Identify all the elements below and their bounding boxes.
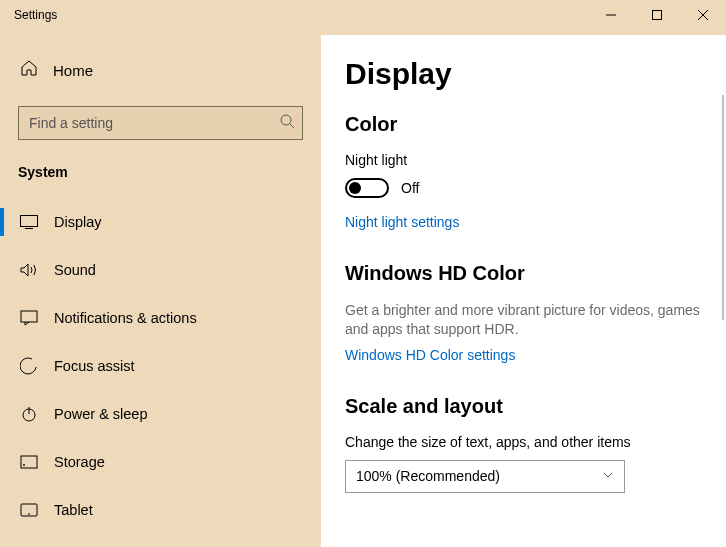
home-label: Home [53,62,93,79]
maximize-icon [652,10,662,20]
close-button[interactable] [680,0,726,30]
svg-line-5 [290,124,294,128]
sidebar-item-label: Notifications & actions [54,310,197,326]
chevron-down-icon [602,468,614,484]
home-icon [20,59,38,81]
sidebar-item-storage[interactable]: Storage [0,438,321,486]
sidebar-item-power-sleep[interactable]: Power & sleep [0,390,321,438]
scale-label: Change the size of text, apps, and other… [345,434,726,450]
sidebar-item-label: Sound [54,262,96,278]
sidebar-item-tablet[interactable]: Tablet [0,486,321,534]
search-icon [279,113,295,133]
section-color-heading: Color [345,113,726,136]
scale-select[interactable]: 100% (Recommended) [345,460,625,493]
toggle-knob [349,182,361,194]
hdcolor-description: Get a brighter and more vibrant picture … [345,301,705,339]
main-content: Display Color Night light Off Night ligh… [321,35,726,547]
night-light-label: Night light [345,152,726,168]
search-field-wrap [18,106,303,140]
minimize-icon [606,10,616,20]
titlebar: Settings [0,0,726,35]
sidebar-item-label: Display [54,214,102,230]
svg-rect-1 [653,11,662,20]
sidebar-item-label: Storage [54,454,105,470]
search-input[interactable] [18,106,303,140]
svg-point-4 [281,115,291,125]
page-title: Display [345,57,726,91]
display-icon [20,215,38,229]
sidebar-nav-list: Display Sound Notifications & actions [0,198,321,534]
maximize-button[interactable] [634,0,680,30]
home-nav[interactable]: Home [0,49,321,91]
sidebar-item-sound[interactable]: Sound [0,246,321,294]
sound-icon [20,262,38,278]
notifications-icon [20,310,38,326]
sidebar-item-display[interactable]: Display [0,198,321,246]
sidebar-item-focus-assist[interactable]: Focus assist [0,342,321,390]
close-icon [698,10,708,20]
svg-point-12 [24,465,25,466]
window-title: Settings [0,0,588,22]
scrollbar[interactable] [722,95,724,320]
sidebar-item-notifications[interactable]: Notifications & actions [0,294,321,342]
sidebar-item-label: Tablet [54,502,93,518]
night-light-toggle-row: Off [345,178,726,198]
night-light-settings-link[interactable]: Night light settings [345,214,726,230]
svg-rect-8 [21,311,37,322]
hdcolor-settings-link[interactable]: Windows HD Color settings [345,347,726,363]
night-light-toggle[interactable] [345,178,389,198]
scale-selected-value: 100% (Recommended) [356,468,500,484]
night-light-state: Off [401,180,419,196]
svg-rect-6 [21,216,38,227]
minimize-button[interactable] [588,0,634,30]
sidebar-item-label: Power & sleep [54,406,148,422]
power-icon [20,406,38,422]
section-hdcolor-heading: Windows HD Color [345,262,726,285]
sidebar: Home System Display [0,35,321,547]
svg-rect-11 [21,456,37,468]
sidebar-section-title: System [0,158,321,198]
section-scale-heading: Scale and layout [345,395,726,418]
focus-assist-icon [20,357,38,375]
storage-icon [20,455,38,469]
sidebar-item-label: Focus assist [54,358,135,374]
tablet-icon [20,503,38,517]
